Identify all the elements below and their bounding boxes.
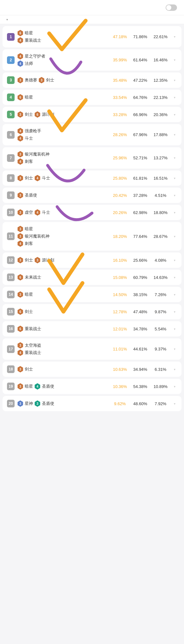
stat-val-17-1: 11.01% <box>110 347 130 351</box>
row-card-14[interactable]: 143暗星14.50%38.15%7.26%▾ <box>3 287 181 302</box>
row-chevron-8[interactable]: ▾ <box>172 176 177 181</box>
row-card-20[interactable]: 203星神3圣盾使9.62%48.60%7.92%▾ <box>3 396 181 411</box>
row-card-12[interactable]: 123剑士3源计划16.10%25.66%4.08%▾ <box>3 253 181 268</box>
rank-badge-16: 16 <box>7 325 15 333</box>
row-chevron-19[interactable]: ▾ <box>172 384 177 389</box>
stats-11: 18.20%77.64%28.67% <box>110 234 171 239</box>
row-chevron-10[interactable]: ▾ <box>172 210 177 215</box>
synergy-list-8: 3剑士4斗士 <box>17 175 110 181</box>
row-inner-19: 193暗星4圣盾使10.36%54.38%10.89%▾ <box>7 383 177 390</box>
stat-val-17-3: 9.37% <box>150 347 171 351</box>
synergy-list-11: 3暗星3银河魔装机神4刺客 <box>17 226 110 247</box>
row-chevron-11[interactable]: ▾ <box>172 234 177 239</box>
skin-toggle-switch[interactable] <box>166 4 177 11</box>
row-card-15[interactable]: 156剑士12.78%47.48%9.87%▾ <box>3 304 181 319</box>
hex-icon-1-2-1: 4 <box>17 37 23 44</box>
row-chevron-13[interactable]: ▾ <box>172 275 177 280</box>
stat-val-2-2: 61.64% <box>130 58 150 62</box>
synergy-row-11-2: 3银河魔装机神 <box>17 233 110 239</box>
stat-val-19-3: 10.89% <box>150 384 171 389</box>
row-chevron-1[interactable]: ▾ <box>172 34 177 39</box>
row-card-13[interactable]: 136未来战士15.08%60.79%14.63%▾ <box>3 270 181 285</box>
row-chevron-4[interactable]: ▾ <box>172 95 177 100</box>
synergy-row-17-1: 3太空海盗 <box>17 342 110 349</box>
synergy-text-6-2-1: 斗士 <box>25 135 33 141</box>
row-chevron-15[interactable]: ▾ <box>172 309 177 314</box>
rank-badge-13: 13 <box>7 274 15 281</box>
synergy-text-20-1-1: 星神 <box>25 401 33 406</box>
stat-val-12-1: 16.10% <box>110 258 130 263</box>
stat-val-8-3: 16.51% <box>150 176 171 181</box>
stat-val-1-3: 22.61% <box>150 34 171 39</box>
row-card-16[interactable]: 166重装战士12.01%34.78%5.54%▾ <box>3 321 181 336</box>
rank-badge-9: 9 <box>7 191 15 199</box>
row-chevron-6[interactable]: ▾ <box>172 132 177 137</box>
rank-badge-18: 18 <box>7 365 15 373</box>
synergy-text-12-1-1: 剑士 <box>25 257 33 263</box>
row-chevron-3[interactable]: ▾ <box>172 78 177 83</box>
stat-val-9-3: 4.51% <box>150 193 171 198</box>
row-inner-4: 46暗星33.54%64.76%22.13%▾ <box>7 93 177 101</box>
row-chevron-17[interactable]: ▾ <box>172 347 177 352</box>
row-chevron-7[interactable]: ▾ <box>172 156 177 161</box>
row-card-4[interactable]: 46暗星33.54%64.76%22.13%▾ <box>3 90 181 105</box>
row-card-19[interactable]: 193暗星4圣盾使10.36%54.38%10.89%▾ <box>3 379 181 394</box>
row-chevron-5[interactable]: ▾ <box>172 112 177 117</box>
row-chevron-9[interactable]: ▾ <box>172 193 177 198</box>
stat-val-13-2: 60.79% <box>130 275 150 280</box>
hex-icon-4-1-1: 6 <box>17 94 23 100</box>
stat-val-7-3: 13.27% <box>150 156 171 160</box>
row-card-3[interactable]: 33奥德赛3剑士35.48%47.22%12.35%▾ <box>3 73 181 88</box>
row-chevron-18[interactable]: ▾ <box>172 367 177 372</box>
row-inner-1: 16暗星4重装战士47.18%71.86%22.61%▾ <box>7 30 177 44</box>
rank-badge-5: 5 <box>7 111 15 118</box>
row-inner-12: 123剑士3源计划16.10%25.66%4.08%▾ <box>7 256 177 264</box>
hex-icon-6-2-1: 4 <box>17 135 23 142</box>
row-chevron-2[interactable]: ▾ <box>172 58 177 63</box>
synergy-text-2-2-1: 法师 <box>25 61 33 66</box>
row-card-18[interactable]: 183剑士10.63%34.94%6.31%▾ <box>3 362 181 377</box>
filter-label[interactable]: ▾ <box>5 18 8 21</box>
synergy-list-18: 3剑士 <box>17 366 110 372</box>
hex-icon-2-2-1: 4 <box>17 60 23 67</box>
stat-val-6-2: 67.96% <box>130 132 150 137</box>
synergy-row-1-2: 4重装战士 <box>17 37 110 44</box>
row-card-11[interactable]: 113暗星3银河魔装机神4刺客18.20%77.64%28.67%▾ <box>3 222 181 251</box>
stats-18: 10.63%34.94%6.31% <box>110 367 171 372</box>
row-chevron-20[interactable]: ▾ <box>172 401 177 406</box>
hex-icon-3-1-1: 3 <box>17 77 23 83</box>
row-chevron-14[interactable]: ▾ <box>172 292 177 297</box>
rank-badge-1: 1 <box>7 33 15 41</box>
row-chevron-12[interactable]: ▾ <box>172 258 177 263</box>
row-chevron-16[interactable]: ▾ <box>172 326 177 331</box>
row-card-10[interactable]: 103虚空4斗士20.26%62.98%18.80%▾ <box>3 205 181 220</box>
row-inner-7: 73银河魔装机神4刺客25.96%52.71%13.27%▾ <box>7 151 177 165</box>
rank-badge-19: 19 <box>7 383 15 390</box>
stat-val-1-2: 71.86% <box>130 34 150 39</box>
row-inner-5: 53剑士6源计划33.28%66.96%20.36%▾ <box>7 111 177 118</box>
synergy-list-2: 4星之守护者4法师 <box>17 53 110 67</box>
synergy-row-4-1: 6暗星 <box>17 94 110 100</box>
stat-val-6-3: 17.88% <box>150 132 171 137</box>
stats-4: 33.54%64.76%22.13% <box>110 95 171 100</box>
row-card-1[interactable]: 16暗星4重装战士47.18%71.86%22.61%▾ <box>3 26 181 47</box>
row-card-5[interactable]: 53剑士6源计划33.28%66.96%20.36%▾ <box>3 107 181 122</box>
row-card-6[interactable]: 64强袭枪手4斗士28.26%67.96%17.88%▾ <box>3 124 181 145</box>
synergy-row-7-1: 3银河魔装机神 <box>17 151 110 157</box>
synergy-text-19-1-2: 圣盾使 <box>42 384 54 389</box>
synergy-row-6-1: 4强袭枪手 <box>17 128 110 134</box>
synergy-list-5: 3剑士6源计划 <box>17 111 110 118</box>
row-card-8[interactable]: 83剑士4斗士25.80%61.81%16.51%▾ <box>3 170 181 186</box>
row-card-9[interactable]: 93圣盾使20.42%37.28%4.51%▾ <box>3 188 181 203</box>
stat-val-8-1: 25.80% <box>110 176 130 181</box>
stat-val-4-1: 33.54% <box>110 95 130 100</box>
row-card-17[interactable]: 173太空海盗4重装战士11.01%44.61%9.37%▾ <box>3 338 181 360</box>
row-card-2[interactable]: 24星之守护者4法师35.99%61.64%16.46%▾ <box>3 49 181 71</box>
stat-val-11-1: 18.20% <box>110 234 130 239</box>
rank-badge-3: 3 <box>7 76 15 84</box>
synergy-text-6-1-1: 强袭枪手 <box>25 128 41 134</box>
hex-icon-9-1-1: 3 <box>17 192 23 198</box>
row-card-7[interactable]: 73银河魔装机神4刺客25.96%52.71%13.27%▾ <box>3 147 181 169</box>
synergy-row-17-2: 4重装战士 <box>17 350 110 356</box>
hex-icon-12-1-2: 3 <box>34 257 41 263</box>
